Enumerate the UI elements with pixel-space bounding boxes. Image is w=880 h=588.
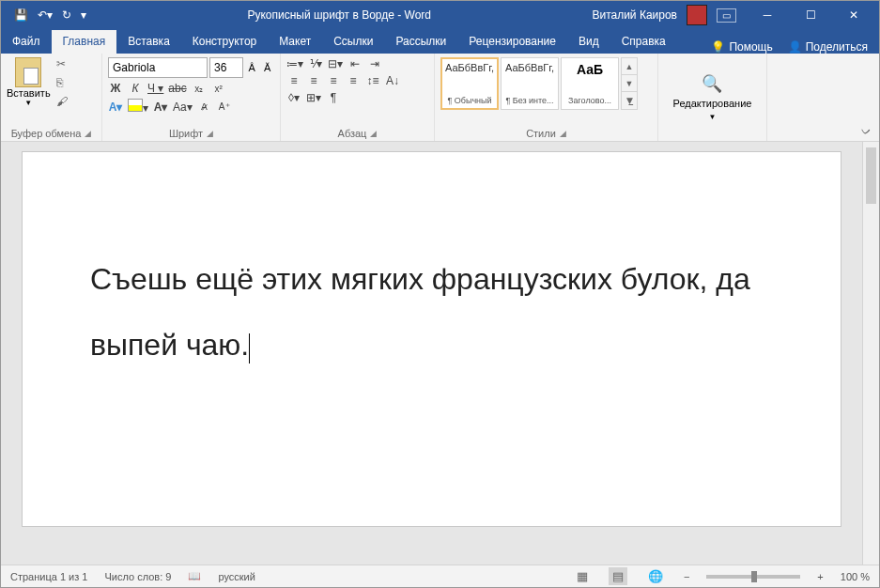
editing-button[interactable]: 🔍 Редактирование ▼ (673, 73, 752, 121)
share-button[interactable]: 👤 Поделиться (788, 40, 868, 54)
group-font-label: Шрифт (169, 128, 203, 139)
styles-launcher-icon[interactable]: ◢ (560, 129, 566, 138)
clipboard-launcher-icon[interactable]: ◢ (85, 129, 91, 138)
style-nospacing[interactable]: АаБбВвГг, ¶ Без инте... (501, 57, 559, 110)
user-avatar[interactable] (687, 5, 707, 25)
group-editing: 🔍 Редактирование ▼ (658, 54, 767, 141)
group-clipboard: Вставить ▼ ✂ ⎘ 🖌 Буфер обмена◢ (1, 54, 102, 141)
tab-review[interactable]: Рецензирование (457, 30, 567, 54)
find-icon: 🔍 (702, 73, 722, 94)
user-name[interactable]: Виталий Каиров (592, 8, 677, 22)
underline-button[interactable]: Ч ▾ (147, 82, 163, 95)
quick-access-toolbar: 💾 ↶▾ ↻ ▾ (1, 8, 86, 22)
clear-formatting-button[interactable]: A̷ (197, 101, 212, 112)
grow-font-icon[interactable]: Â (245, 57, 259, 78)
italic-button[interactable]: К (128, 82, 143, 95)
decrease-indent-button[interactable]: ⇤ (347, 57, 363, 70)
style-normal-name: ¶ Обычный (447, 96, 491, 105)
font-name-input[interactable] (108, 57, 208, 78)
window-controls: ─ ☐ ✕ (746, 1, 875, 29)
status-word-count[interactable]: Число слов: 9 (104, 571, 171, 582)
numbering-button[interactable]: ⅟▾ (308, 57, 323, 70)
zoom-slider-thumb[interactable] (751, 571, 757, 582)
format-painter-icon[interactable]: 🖌 (56, 95, 68, 108)
save-icon[interactable]: 💾 (14, 8, 28, 22)
align-center-button[interactable]: ≡ (306, 74, 321, 87)
view-read-mode-icon[interactable]: ▦ (573, 567, 592, 585)
minimize-button[interactable]: ─ (746, 1, 789, 29)
zoom-in-button[interactable]: + (817, 571, 823, 582)
status-language[interactable]: русский (218, 571, 255, 582)
show-marks-button[interactable]: ¶ (326, 91, 341, 104)
justify-button[interactable]: ≡ (346, 74, 361, 87)
subscript-button[interactable]: x₂ (192, 84, 207, 94)
multilevel-list-button[interactable]: ⊟▾ (328, 57, 343, 70)
zoom-slider[interactable] (706, 575, 800, 579)
shrink-font-icon[interactable]: Ă (261, 57, 275, 78)
view-print-layout-icon[interactable]: ▤ (609, 567, 627, 585)
redo-icon[interactable]: ↻ (62, 8, 71, 22)
increase-indent-button[interactable]: ⇥ (367, 57, 382, 70)
bold-button[interactable]: Ж (108, 82, 123, 95)
scrollbar-thumb[interactable] (866, 147, 876, 204)
font-size-input[interactable] (209, 57, 243, 78)
status-page[interactable]: Страница 1 из 1 (10, 571, 87, 582)
shading-button[interactable]: ◊▾ (286, 91, 301, 104)
style-normal-preview: АаБбВвГг, (445, 62, 494, 73)
zoom-out-button[interactable]: − (684, 571, 689, 582)
paste-icon (15, 57, 41, 87)
tab-insert[interactable]: Вставка (116, 30, 181, 54)
strikethrough-button[interactable]: abc (168, 82, 186, 95)
group-editing-label: Редактирование (673, 98, 752, 109)
line-spacing-button[interactable]: ↕≡ (365, 74, 380, 87)
collapse-ribbon-icon[interactable]: ᨆ (861, 124, 872, 137)
font-launcher-icon[interactable]: ◢ (207, 129, 213, 138)
styles-expand-icon[interactable]: ▼̲ (622, 92, 637, 109)
close-button[interactable]: ✕ (832, 1, 875, 29)
tab-design[interactable]: Конструктор (181, 30, 268, 54)
tab-mailings[interactable]: Рассылки (384, 30, 457, 54)
ribbon: Вставить ▼ ✂ ⎘ 🖌 Буфер обмена◢ Â Ă Ж (1, 54, 879, 142)
window-title: Рукописный шрифт в Ворде - Word (86, 8, 592, 22)
align-left-button[interactable]: ≡ (286, 74, 301, 87)
tab-file[interactable]: Файл (1, 30, 52, 54)
tab-layout[interactable]: Макет (268, 30, 322, 54)
vertical-scrollbar[interactable] (862, 142, 879, 565)
align-right-button[interactable]: ≡ (326, 74, 341, 87)
style-nospacing-name: ¶ Без инте... (505, 96, 553, 105)
text-effects-button[interactable]: A▾ (108, 101, 123, 114)
title-bar: 💾 ↶▾ ↻ ▾ Рукописный шрифт в Ворде - Word… (1, 1, 879, 29)
style-normal[interactable]: АаБбВвГг, ¶ Обычный (440, 57, 499, 110)
text-cursor (249, 333, 250, 364)
status-spellcheck-icon[interactable]: 📖 (188, 570, 201, 582)
highlight-button[interactable]: ▾ (128, 99, 148, 115)
style-heading1[interactable]: АаБ Заголово... (561, 57, 619, 110)
undo-icon[interactable]: ↶▾ (38, 8, 53, 22)
copy-icon[interactable]: ⎘ (56, 76, 68, 89)
character-shading-button[interactable]: A⁺ (217, 101, 232, 112)
borders-button[interactable]: ⊞▾ (306, 91, 321, 104)
paragraph-launcher-icon[interactable]: ◢ (370, 129, 377, 138)
paste-button[interactable]: Вставить ▼ (7, 57, 51, 107)
view-web-layout-icon[interactable]: 🌐 (644, 567, 667, 585)
sort-button[interactable]: A↓ (385, 74, 400, 87)
ribbon-display-options-icon[interactable]: ▭ (717, 8, 736, 23)
tab-view[interactable]: Вид (567, 30, 610, 54)
styles-scroll-up-icon[interactable]: ▲ (622, 58, 637, 75)
cut-icon[interactable]: ✂ (56, 57, 68, 70)
maximize-button[interactable]: ☐ (789, 1, 832, 29)
change-case-button[interactable]: Aa▾ (173, 101, 193, 114)
tell-me-button[interactable]: 💡 Помощь (711, 40, 772, 54)
tab-help[interactable]: Справка (610, 30, 677, 54)
ribbon-right-actions: 💡 Помощь 👤 Поделиться (711, 40, 879, 54)
paste-label: Вставить (7, 87, 51, 99)
font-color-button[interactable]: A▾ (153, 101, 168, 114)
tab-home[interactable]: Главная (52, 30, 117, 54)
group-styles-label: Стили (526, 128, 556, 139)
zoom-percent[interactable]: 100 % (841, 571, 870, 582)
bullets-button[interactable]: ≔▾ (286, 57, 303, 70)
superscript-button[interactable]: x² (211, 84, 226, 94)
document-page[interactable]: Съешь ещё этих мягких французских булок,… (22, 151, 841, 527)
tab-references[interactable]: Ссылки (322, 30, 384, 54)
styles-scroll-down-icon[interactable]: ▼ (622, 75, 637, 92)
